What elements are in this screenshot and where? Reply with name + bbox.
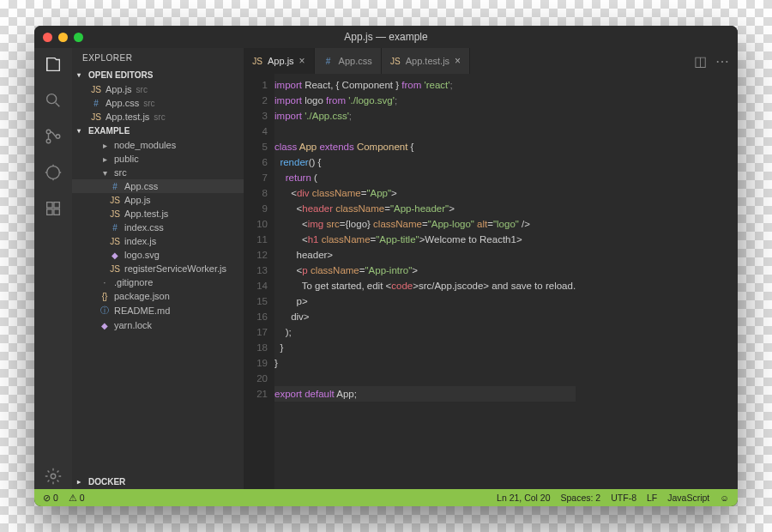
status-bar: ⊘ 0 ⚠ 0 Ln 21, Col 20 Spaces: 2 UTF-8 LF… <box>34 489 738 506</box>
svg-rect-6 <box>54 203 59 208</box>
editor-tab[interactable]: JSApp.test.js× <box>382 48 470 74</box>
file-name: App.test.js <box>106 112 149 122</box>
tree-item[interactable]: JSregisterServiceWorker.js <box>72 262 244 275</box>
split-editor-icon[interactable]: ◫ <box>694 53 707 70</box>
file-name: src <box>114 167 127 178</box>
file-icon: JS <box>390 57 401 66</box>
file-icon: ⓘ <box>100 305 110 317</box>
tab-label: App.test.js <box>406 56 449 66</box>
file-name: public <box>114 154 139 164</box>
file-icon: JS <box>91 85 101 94</box>
open-editor-item[interactable]: JSApp.js src <box>72 82 244 96</box>
svg-point-0 <box>47 94 57 104</box>
editor-tab[interactable]: JSApp.js× <box>244 48 315 74</box>
file-icon: · <box>100 278 110 287</box>
file-name: App.css <box>124 181 158 191</box>
status-eol[interactable]: LF <box>647 493 657 503</box>
svg-point-1 <box>46 130 51 134</box>
file-name: yarn.lock <box>114 320 152 330</box>
tree-item[interactable]: {}package.json <box>72 289 244 303</box>
source-control-icon[interactable] <box>44 127 63 149</box>
status-warnings[interactable]: ⚠ 0 <box>69 493 85 503</box>
tree-item[interactable]: JSApp.test.js <box>72 207 244 221</box>
open-editor-item[interactable]: #App.css src <box>72 96 244 110</box>
file-name: App.js <box>106 84 132 94</box>
file-icon: JS <box>110 237 120 246</box>
tab-label: App.css <box>339 56 372 66</box>
tree-item[interactable]: ◆yarn.lock <box>72 318 244 332</box>
file-name: registerServiceWorker.js <box>124 263 226 274</box>
close-tab-icon[interactable]: × <box>455 55 461 67</box>
file-icon: {} <box>100 292 110 301</box>
file-icon: JS <box>110 209 120 219</box>
file-icon: JS <box>91 112 101 122</box>
open-editor-item[interactable]: JSApp.test.js src <box>72 110 244 124</box>
tree-item[interactable]: ▸node_modules <box>72 138 244 152</box>
file-name: logo.svg <box>124 250 160 260</box>
file-name: node_modules <box>114 140 176 150</box>
status-spaces[interactable]: Spaces: 2 <box>561 493 601 503</box>
code-editor[interactable]: 123456789101112131415161718192021 import… <box>244 74 738 489</box>
file-icon: JS <box>110 196 120 205</box>
file-icon: ◆ <box>100 321 110 330</box>
tree-item[interactable]: ◆logo.svg <box>72 248 244 262</box>
file-name: App.test.js <box>124 209 168 219</box>
file-name: package.json <box>114 291 170 301</box>
svg-point-2 <box>46 139 51 143</box>
window-title: App.js — example <box>34 31 738 43</box>
svg-rect-7 <box>47 209 52 215</box>
status-encoding[interactable]: UTF-8 <box>611 493 636 503</box>
tree-item[interactable]: ▾src <box>72 166 244 179</box>
file-icon: # <box>110 182 120 191</box>
file-icon: JS <box>110 264 120 274</box>
status-language[interactable]: JavaScript <box>667 493 709 503</box>
editor-window: App.js — example EXPLORER ▾OPEN EDITORS … <box>34 26 738 506</box>
activity-bar <box>34 48 72 489</box>
file-icon: ▸ <box>100 154 110 164</box>
file-path: src <box>136 85 148 94</box>
status-errors[interactable]: ⊘ 0 <box>43 493 58 503</box>
close-tab-icon[interactable]: × <box>299 55 305 67</box>
file-icon: ▸ <box>100 141 110 150</box>
debug-icon[interactable] <box>44 163 63 185</box>
status-feedback-icon[interactable]: ☺ <box>720 493 729 503</box>
sidebar: EXPLORER ▾OPEN EDITORS JSApp.js src#App.… <box>72 48 244 489</box>
titlebar: App.js — example <box>34 26 738 48</box>
editor-tab[interactable]: #App.css <box>315 48 382 74</box>
tab-label: App.js <box>268 56 294 66</box>
sidebar-title: EXPLORER <box>72 48 244 68</box>
explorer-icon[interactable] <box>44 55 63 77</box>
search-icon[interactable] <box>44 91 63 113</box>
file-name: index.css <box>124 222 164 233</box>
file-name: App.js <box>124 195 151 205</box>
file-icon: ▾ <box>100 168 110 178</box>
tab-bar: JSApp.js×#App.cssJSApp.test.js× ◫ ⋯ <box>244 48 738 74</box>
settings-icon[interactable] <box>44 467 63 489</box>
svg-point-4 <box>47 166 60 179</box>
svg-point-9 <box>51 474 56 479</box>
file-path: src <box>143 99 154 108</box>
extensions-icon[interactable] <box>44 199 63 221</box>
file-icon: ◆ <box>110 251 120 260</box>
tree-item[interactable]: JSApp.js <box>72 193 244 207</box>
tree-item[interactable]: ⓘREADME.md <box>72 303 244 318</box>
tree-item[interactable]: #App.css <box>72 179 244 193</box>
tree-item[interactable]: ▸public <box>72 152 244 166</box>
tree-item[interactable]: ·.gitignore <box>72 275 244 289</box>
file-name: .gitignore <box>114 277 153 287</box>
project-header[interactable]: ▾EXAMPLE <box>72 124 244 138</box>
tree-item[interactable]: JSindex.js <box>72 234 244 248</box>
open-editors-header[interactable]: ▾OPEN EDITORS <box>72 68 244 82</box>
editor-area: JSApp.js×#App.cssJSApp.test.js× ◫ ⋯ 1234… <box>244 48 738 489</box>
file-icon: # <box>110 223 120 233</box>
svg-point-3 <box>56 135 60 139</box>
file-path: src <box>154 112 165 122</box>
docker-header[interactable]: ▸DOCKER <box>72 475 244 489</box>
tree-item[interactable]: #index.css <box>72 221 244 234</box>
file-icon: # <box>323 57 334 66</box>
status-cursor-pos[interactable]: Ln 21, Col 20 <box>497 493 550 503</box>
file-name: README.md <box>114 305 170 316</box>
file-icon: JS <box>252 57 262 66</box>
file-icon: # <box>91 99 101 108</box>
more-icon[interactable]: ⋯ <box>715 53 729 70</box>
